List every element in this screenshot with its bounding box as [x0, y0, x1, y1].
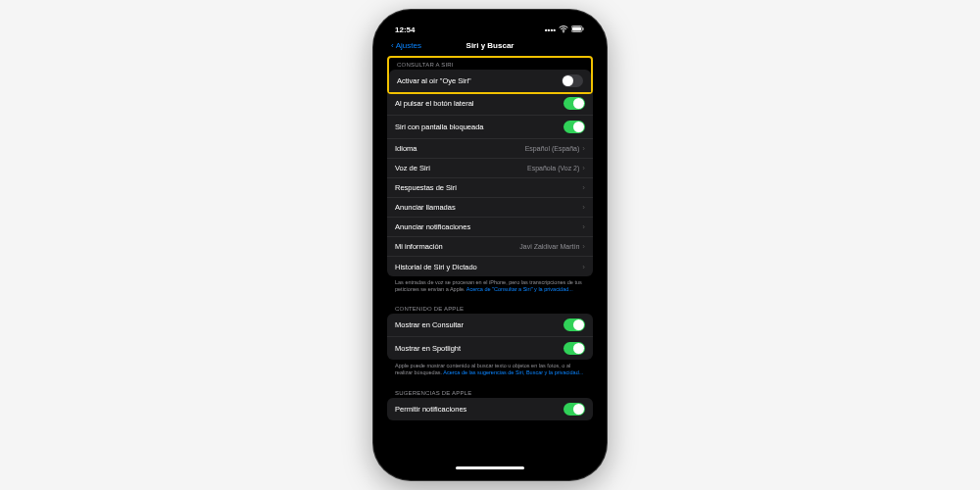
svg-rect-3 — [583, 27, 584, 29]
row-label: Mostrar en Spotlight — [395, 344, 461, 353]
row-label: Activar al oír "Oye Siri" — [397, 76, 471, 85]
row-spotlight[interactable]: Mostrar en Spotlight — [387, 337, 593, 360]
chevron-right-icon: › — [582, 164, 585, 172]
row-value: Español (España) — [525, 145, 580, 152]
toggle-allow-notif[interactable] — [564, 403, 585, 416]
section-header-apple: CONTENIDO DE APPLE — [387, 299, 593, 314]
row-announce-calls[interactable]: Anunciar llamadas › — [387, 198, 593, 218]
notch — [441, 18, 539, 31]
row-responses[interactable]: Respuestas de Siri › — [387, 178, 593, 198]
toggle-locked[interactable] — [564, 121, 585, 133]
row-hey-siri[interactable]: Activar al oír "Oye Siri" — [389, 70, 591, 92]
signal-icon: •••• — [545, 25, 556, 34]
row-label: Respuestas de Siri — [395, 183, 457, 192]
row-language[interactable]: Idioma Español (España)› — [387, 139, 593, 159]
row-side-button[interactable]: Al pulsar el botón lateral — [387, 92, 593, 116]
toggle-spotlight[interactable] — [564, 342, 585, 355]
screen: 12:54 •••• ‹ Ajustes Siri y Buscar CONSU… — [381, 18, 599, 472]
footer-consult: Las entradas de voz se procesan en el iP… — [387, 276, 593, 299]
row-announce-notif[interactable]: Anunciar notificaciones › — [387, 218, 593, 237]
chevron-right-icon: › — [582, 263, 585, 271]
row-label: Voz de Siri — [395, 164, 430, 172]
chevron-right-icon: › — [582, 144, 585, 153]
row-my-info[interactable]: Mi información Javi Zaldivar Martín› — [387, 237, 593, 257]
row-locked[interactable]: Siri con pantalla bloqueada — [387, 116, 593, 139]
row-allow-notif[interactable]: Permitir notificaciones — [387, 398, 593, 420]
row-lookup[interactable]: Mostrar en Consultar — [387, 314, 593, 337]
section-header-consult: CONSULTAR A SIRI — [389, 58, 591, 70]
row-label: Al pulsar el botón lateral — [395, 99, 473, 108]
phone-frame: 12:54 •••• ‹ Ajustes Siri y Buscar CONSU… — [373, 10, 607, 480]
wifi-icon — [559, 25, 568, 35]
row-label: Mostrar en Consultar — [395, 320, 464, 329]
row-label: Mi información — [395, 242, 443, 251]
chevron-right-icon: › — [582, 222, 585, 231]
chevron-right-icon: › — [582, 203, 585, 212]
privacy-link[interactable]: Acerca de "Consultar a Siri" y la privac… — [466, 286, 573, 292]
row-value: Javi Zaldivar Martín — [519, 243, 579, 250]
section-header-suggest: SUGERENCIAS DE APPLE — [387, 383, 593, 398]
status-time: 12:54 — [395, 25, 415, 34]
svg-rect-2 — [572, 27, 581, 31]
row-label: Permitir notificaciones — [395, 405, 466, 414]
row-label: Historial de Siri y Dictado — [395, 263, 477, 271]
nav-bar: ‹ Ajustes Siri y Buscar — [381, 37, 599, 56]
chevron-left-icon: ‹ — [391, 41, 394, 50]
row-value: Española (Voz 2) — [527, 165, 579, 172]
row-label: Idioma — [395, 144, 417, 153]
home-indicator-icon[interactable] — [456, 466, 524, 469]
toggle-side-button[interactable] — [564, 97, 585, 110]
back-button[interactable]: ‹ Ajustes — [391, 41, 421, 50]
row-label: Siri con pantalla bloqueada — [395, 122, 483, 131]
privacy-link-2[interactable]: Acerca de las sugerencias de Siri, Busca… — [443, 369, 583, 375]
svg-point-0 — [563, 30, 564, 31]
page-title: Siri y Buscar — [466, 41, 514, 50]
row-history[interactable]: Historial de Siri y Dictado › — [387, 257, 593, 276]
battery-icon — [571, 25, 585, 34]
toggle-lookup[interactable] — [564, 318, 585, 331]
chevron-right-icon: › — [582, 242, 585, 251]
back-label: Ajustes — [396, 41, 421, 50]
highlight-box: CONSULTAR A SIRI Activar al oír "Oye Sir… — [387, 56, 593, 94]
chevron-right-icon: › — [582, 183, 585, 192]
row-label: Anunciar notificaciones — [395, 222, 470, 231]
settings-content[interactable]: CONSULTAR A SIRI Activar al oír "Oye Sir… — [381, 56, 599, 467]
toggle-hey-siri[interactable] — [562, 74, 583, 87]
row-label: Anunciar llamadas — [395, 203, 456, 212]
row-voice[interactable]: Voz de Siri Española (Voz 2)› — [387, 159, 593, 178]
footer-apple: Apple puede mostrar contenido al buscar … — [387, 360, 593, 382]
